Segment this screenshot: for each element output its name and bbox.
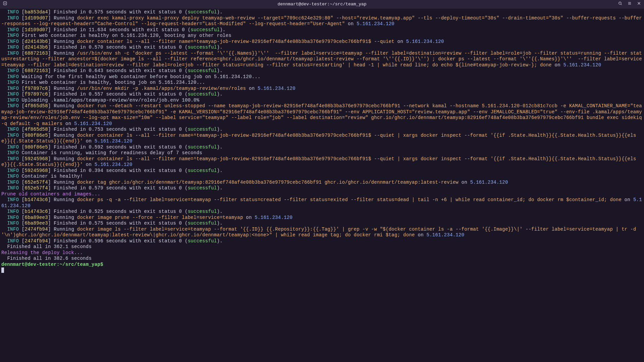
plain: Running	[54, 197, 77, 202]
commit-hash: f97897c6	[24, 92, 48, 97]
new-tab-icon[interactable]	[3, 1, 7, 7]
commit-hash: 68872163	[24, 68, 48, 73]
command: /usr/bin/env mkdir -p .kamal/apps/teamya…	[77, 86, 246, 91]
log-line: INFO Uploading .kamal/apps/teamyap-revie…	[1, 98, 643, 104]
commit-hash: 6ba89ee3	[24, 215, 48, 220]
commit-hash: b14743c6	[24, 197, 48, 202]
log-line: INFO [f97897c6] Running /usr/bin/env mkd…	[1, 86, 643, 92]
commit-hash: 652e57f4	[24, 185, 48, 191]
commit-hash: 1d109d07	[24, 15, 48, 21]
status-ok: successful	[188, 144, 217, 150]
plain: on	[243, 215, 255, 220]
log-line: INFO [b14743c6] Finished in 0.525 second…	[1, 209, 643, 215]
menu-icon[interactable]	[627, 1, 632, 7]
log-level: INFO	[7, 39, 19, 44]
search-icon[interactable]	[618, 1, 623, 7]
finish-text: Finished in 0.575 seconds with exit stat…	[54, 9, 187, 15]
status-ok: successful	[188, 9, 217, 15]
commit-hash: 980f86e5	[24, 144, 48, 150]
log-level: INFO	[7, 51, 19, 56]
plain: Running	[54, 39, 77, 44]
finish-text: Finished in 0.570 seconds with exit stat…	[54, 45, 187, 50]
commit-hash: 4f865d58	[24, 127, 48, 132]
log-level: INFO	[7, 74, 19, 79]
status-ok: successful	[188, 127, 217, 132]
status-ok: successful	[188, 221, 217, 226]
plain: Running	[54, 215, 77, 220]
log-line: INFO Waiting for the first healthy web c…	[1, 74, 643, 80]
log-level: INFO	[7, 45, 19, 50]
log-level: INFO	[7, 103, 19, 109]
log-level: INFO	[7, 98, 19, 103]
plain: ).	[217, 221, 222, 226]
commit-hash: b14743c6	[24, 209, 48, 214]
log-text: Waiting for the first healthy web contai…	[22, 74, 261, 79]
log-level: INFO	[7, 144, 19, 150]
log-level: INFO	[7, 133, 19, 138]
log-level: INFO	[7, 197, 19, 202]
plain: Running	[54, 180, 77, 185]
commit-hash: 59245968	[24, 168, 48, 173]
plain: ).	[220, 27, 225, 33]
command: docker tag ghcr.io/ghcr.io/dennmart/team…	[77, 180, 459, 185]
plain: on	[62, 121, 74, 126]
log-level: INFO	[7, 86, 19, 91]
plain: ).	[217, 68, 222, 73]
terminal-output[interactable]: INFO [ba853da4] Finished in 0.575 second…	[0, 9, 644, 274]
status-ok: successful	[188, 209, 217, 214]
plain: Running	[54, 133, 77, 138]
finish-text: Finished in 0.643 seconds with exit stat…	[54, 68, 187, 73]
log-line: INFO [6ba89ee3] Finished in 0.575 second…	[1, 221, 643, 227]
status-ok: successful	[191, 27, 220, 33]
plain: ).	[217, 168, 222, 173]
log-level: INFO	[7, 174, 19, 179]
log-line: INFO [1d109d07] Running docker exec kama…	[1, 15, 643, 27]
cursor-line	[1, 267, 643, 274]
log-line: INFO [652e57f4] Finished in 0.579 second…	[1, 185, 643, 191]
log-level: INFO	[7, 215, 19, 220]
plain: on	[394, 39, 406, 44]
plain: Running	[54, 156, 77, 162]
plain: Running	[54, 51, 77, 56]
log-line: Prune old containers and images...	[1, 191, 643, 197]
commit-hash: 2474fb94	[24, 227, 48, 232]
log-text: Finished all in 382.6 seconds	[1, 256, 92, 261]
plain: ).	[217, 185, 222, 191]
log-level: INFO	[7, 27, 19, 33]
host-ip: 5.161.234.120	[470, 180, 508, 185]
log-line: INFO [652e57f4] Running docker tag ghcr.…	[1, 180, 643, 186]
window-title: dennmart@dev-tester:~/src/team_yap	[277, 2, 366, 7]
log-level: INFO	[7, 68, 19, 73]
plain: ).	[217, 9, 222, 15]
log-level: INFO	[7, 180, 19, 185]
log-level: INFO	[7, 15, 19, 21]
cursor	[1, 267, 4, 273]
status-ok: successful	[188, 68, 217, 73]
status-ok: successful	[188, 92, 217, 97]
log-line: INFO [f97897c6] Finished in 0.557 second…	[1, 92, 643, 98]
host-ip: 5.161.234.120	[95, 138, 132, 144]
close-icon[interactable]	[637, 1, 641, 7]
status-ok: successful	[188, 168, 217, 173]
log-line: INFO [6ba89ee3] Running docker image pru…	[1, 215, 643, 221]
log-level: INFO	[7, 127, 19, 132]
log-text: Finished all in 362.1 seconds	[1, 244, 92, 249]
command: docker exec kamal-proxy kamal-proxy depl…	[1, 15, 642, 27]
command: /usr/bin/env sh -c 'docker ps --latest -…	[1, 51, 642, 68]
commit-hash: 1d109d07	[24, 27, 48, 33]
log-level: INFO	[7, 80, 19, 85]
plain: Running	[54, 227, 77, 232]
plain: ).	[217, 238, 222, 244]
plain: on	[83, 162, 95, 167]
log-line: INFO [2474fb94] Running docker image ls …	[1, 227, 643, 238]
plain: ).	[217, 127, 222, 132]
log-line: INFO Container is running, waiting for r…	[1, 150, 643, 156]
host-ip: 5.161.234.120	[564, 62, 601, 68]
log-line: INFO [d24143b6] Finished in 0.570 second…	[1, 45, 643, 51]
log-line: INFO Container is healthy!	[1, 174, 643, 180]
plain: on	[552, 62, 564, 68]
host-ip: 5.161.234.120	[406, 39, 444, 44]
log-line: INFO [68872163] Running /usr/bin/env sh …	[1, 51, 643, 68]
log-level: INFO	[7, 9, 19, 15]
prompt-line[interactable]: dennmart@dev-tester:~/src/team_yap$	[1, 262, 643, 268]
